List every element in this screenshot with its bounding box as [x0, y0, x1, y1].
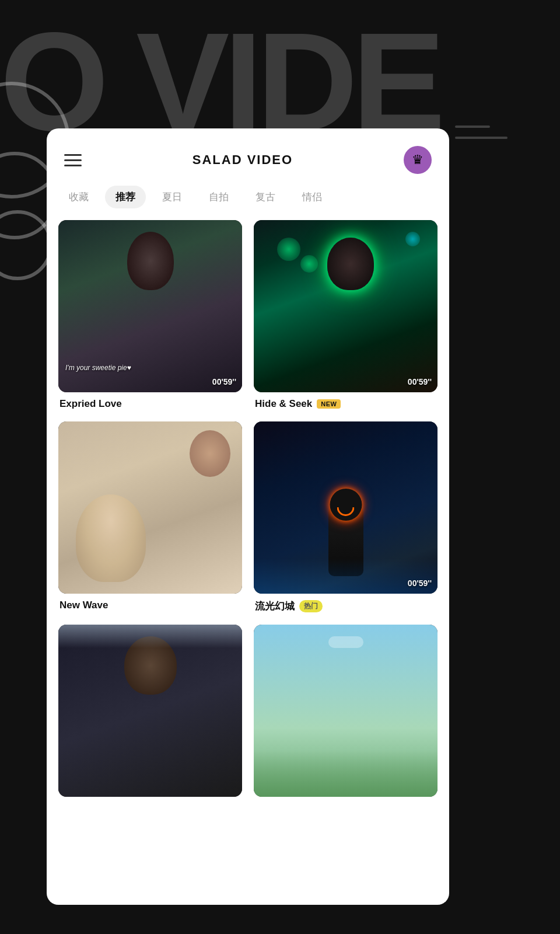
- video-thumb-3: [58, 421, 242, 594]
- video-thumb-4: 00'59'': [254, 421, 438, 594]
- video-thumb-2: 00'59'': [254, 220, 438, 392]
- video-duration-4: 00'59'': [408, 578, 432, 588]
- video-title-3: New Wave: [58, 600, 242, 611]
- video-item-6[interactable]: [254, 625, 438, 803]
- video-thumb-6: [254, 625, 438, 797]
- menu-button[interactable]: [64, 154, 82, 166]
- video-thumb-1: I'm your sweetie pie♥ 00'59'': [58, 220, 242, 392]
- video-title-2: Hide & Seek NEW: [254, 398, 438, 410]
- tab-favorites[interactable]: 收藏: [58, 186, 99, 208]
- tab-vintage[interactable]: 复古: [245, 186, 286, 208]
- video-title-4: 流光幻城 热门: [254, 600, 438, 613]
- tab-summer[interactable]: 夏日: [152, 186, 192, 208]
- app-header: SALAD VIDEO ♛: [47, 128, 449, 186]
- app-title: SALAD VIDEO: [192, 152, 293, 168]
- video-item-1[interactable]: I'm your sweetie pie♥ 00'59'' Expried Lo…: [58, 220, 242, 410]
- tab-selfie[interactable]: 自拍: [198, 186, 239, 208]
- video-item-5[interactable]: [58, 625, 242, 803]
- video-caption-1: I'm your sweetie pie♥: [65, 364, 213, 372]
- premium-button[interactable]: ♛: [404, 146, 432, 174]
- video-thumb-5: [58, 625, 242, 797]
- main-card: SALAD VIDEO ♛ 收藏 推荐 夏日 自拍 复古 情侣 I'm your…: [47, 128, 449, 905]
- video-item-4[interactable]: 00'59'' 流光幻城 热门: [254, 421, 438, 613]
- video-item-2[interactable]: 00'59'' Hide & Seek NEW: [254, 220, 438, 410]
- video-title-1: Expried Love: [58, 398, 242, 410]
- badge-hot-4: 热门: [299, 600, 323, 612]
- video-duration-2: 00'59'': [408, 377, 432, 386]
- tab-recommended[interactable]: 推荐: [105, 186, 146, 208]
- nav-tabs: 收藏 推荐 夏日 自拍 复古 情侣: [47, 186, 449, 208]
- tab-couple[interactable]: 情侣: [292, 186, 332, 208]
- video-duration-1: 00'59'': [212, 377, 236, 386]
- video-item-3[interactable]: New Wave: [58, 421, 242, 613]
- video-grid: I'm your sweetie pie♥ 00'59'' Expried Lo…: [47, 220, 449, 803]
- background-right-decoration: [455, 117, 560, 148]
- badge-new-2: NEW: [317, 399, 341, 409]
- crown-icon: ♛: [412, 152, 424, 168]
